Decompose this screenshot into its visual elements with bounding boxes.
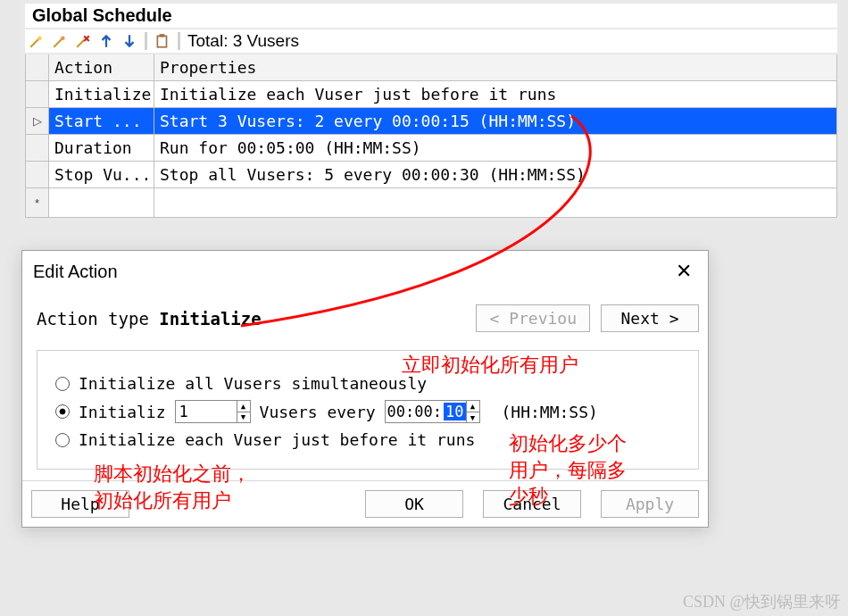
toolbar-separator: [145, 32, 147, 50]
paste-icon[interactable]: [154, 33, 170, 49]
table-row: Duration Run for 00:05:00 (HH:MM:SS): [26, 135, 837, 162]
spin-up-icon[interactable]: ▲: [467, 401, 479, 412]
radio-option-before-run[interactable]: Initialize each Vuser just before it run…: [55, 430, 686, 449]
hms-label: (HH:MM:SS): [502, 403, 598, 421]
panel-title: Global Schedule: [25, 4, 837, 29]
close-icon[interactable]: ✕: [670, 260, 697, 283]
table-header: Action Properties: [26, 54, 837, 81]
col-action[interactable]: Action: [49, 54, 154, 81]
arrow-down-icon[interactable]: [121, 33, 137, 49]
table-row-blank: *: [26, 188, 837, 218]
svg-point-0: [37, 36, 42, 40]
radio-icon[interactable]: [55, 433, 70, 447]
action-type-row: Action type Initialize: [37, 309, 262, 329]
svg-rect-3: [160, 34, 165, 37]
radio-option-interval[interactable]: Initializ ▲▼ Vusers every 00:00:10 ▲▼ (H…: [55, 400, 686, 423]
schedule-table: Action Properties Initialize Initialize …: [25, 54, 837, 218]
next-button[interactable]: Next >: [601, 304, 699, 332]
global-schedule-panel: Global Schedule Total: 3 Vusers Action P…: [21, 0, 841, 221]
spin-up-icon[interactable]: ▲: [237, 401, 250, 412]
ok-button[interactable]: OK: [365, 490, 463, 518]
wand2-icon[interactable]: [52, 33, 68, 49]
interval-time-input[interactable]: 00:00:10 ▲▼: [385, 400, 480, 423]
apply-button[interactable]: Apply: [601, 490, 699, 518]
watermark: CSDN @快到锅里来呀: [683, 591, 841, 612]
wand-delete-icon[interactable]: [75, 33, 91, 49]
svg-point-1: [61, 36, 65, 40]
cancel-button[interactable]: Cancel: [483, 490, 581, 518]
spin-down-icon[interactable]: ▼: [467, 412, 479, 423]
table-row: Stop Vu... Stop all Vusers: 5 every 00:0…: [26, 162, 837, 188]
radio-label: Initializ: [79, 403, 166, 421]
previous-button[interactable]: < Previou: [476, 304, 590, 332]
action-type-label: Action type: [37, 309, 159, 329]
radio-icon[interactable]: [55, 404, 70, 419]
edit-action-dialog: Edit Action ✕ Action type Initialize < P…: [21, 250, 709, 528]
table-row: ▷ Start ... Start 3 Vusers: 2 every 00:0…: [26, 108, 837, 135]
svg-rect-2: [157, 36, 166, 46]
action-type-value: Initialize: [159, 309, 261, 329]
count-stepper[interactable]: ▲▼: [175, 400, 251, 423]
radio-option-simultaneous[interactable]: Initialize all Vusers simultaneously: [55, 374, 686, 393]
col-properties[interactable]: Properties: [154, 54, 837, 81]
help-button[interactable]: Help: [31, 490, 129, 518]
dialog-title-bar: Edit Action ✕: [22, 251, 708, 292]
radio-label: Initialize each Vuser just before it run…: [79, 430, 475, 449]
dialog-title: Edit Action: [33, 262, 118, 282]
spin-down-icon[interactable]: ▼: [237, 412, 250, 423]
interval-mid-label: Vusers every: [260, 403, 376, 421]
toolbar-separator: [178, 32, 180, 50]
table-row: Initialize Initialize each Vuser just be…: [26, 81, 837, 108]
total-vusers-label: Total: 3 Vusers: [187, 31, 299, 51]
wand-icon[interactable]: [29, 33, 45, 49]
arrow-up-icon[interactable]: [98, 33, 114, 49]
radio-icon[interactable]: [55, 377, 70, 391]
radio-label: Initialize all Vusers simultaneously: [79, 374, 427, 393]
count-input[interactable]: [176, 401, 237, 422]
toolbar: Total: 3 Vusers: [25, 29, 837, 54]
